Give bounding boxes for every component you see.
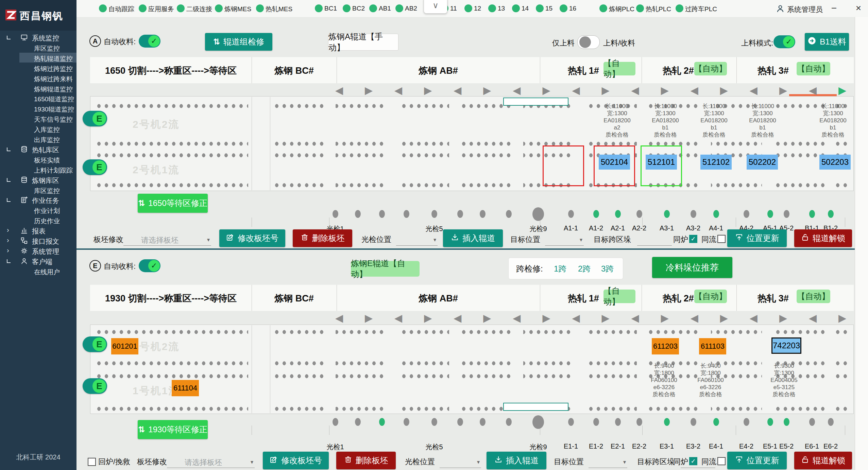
target-position-select[interactable]: ▾: [589, 456, 627, 468]
insert-roller-button[interactable]: 插入辊道: [443, 229, 503, 247]
same-strand-checkbox[interactable]: [717, 457, 726, 465]
position-update-button[interactable]: 位置更新: [727, 452, 787, 469]
roller-unlock-button[interactable]: 辊道解锁: [794, 229, 852, 247]
sidebar-item[interactable]: 上料计划跟踪: [0, 165, 76, 175]
same-furnace-checkbox[interactable]: ✓: [689, 457, 697, 465]
status-dot: [139, 4, 147, 12]
sensor-dot: [480, 418, 486, 426]
sidebar-item[interactable]: 1650辊道监控: [0, 93, 76, 103]
edit-slab-button[interactable]: 修改板坯号: [219, 229, 285, 247]
cross-repair-option[interactable]: 1跨: [554, 263, 566, 274]
target-stack-input[interactable]: [637, 234, 672, 246]
slab-chip[interactable]: 611103: [699, 338, 726, 354]
slab-chip[interactable]: 601201: [111, 338, 138, 354]
slab-chip[interactable]: 502104: [599, 155, 630, 170]
wait-area-fix-button[interactable]: ⇅1650等待区修正: [138, 194, 208, 213]
estop-toggle[interactable]: E: [83, 378, 107, 394]
slab-chip[interactable]: 512102: [700, 155, 732, 170]
lane-dots: [95, 374, 248, 379]
roller-group-maintenance-button[interactable]: ⇅辊道组检修: [205, 33, 272, 51]
sidebar-item[interactable]: 库区监控: [0, 43, 76, 53]
status-label: AB2: [405, 5, 417, 12]
sidebar-group-label: 系统监控: [32, 34, 59, 43]
target-position-select[interactable]: ▾: [545, 234, 584, 246]
slab-chip[interactable]: 611104: [172, 380, 199, 396]
return-rescue-checkbox[interactable]: [88, 458, 96, 466]
same-furnace-checkbox[interactable]: ✓: [689, 235, 697, 243]
estop-toggle[interactable]: E: [83, 336, 107, 352]
monitor-icon: [20, 34, 28, 42]
slab-info-line: 宽:1300: [806, 110, 860, 117]
auto-collect-toggle[interactable]: ✓: [139, 35, 160, 48]
slab-select[interactable]: 请选择板坯▾: [167, 456, 255, 468]
sidebar-group-monitor[interactable]: 系统监控: [0, 33, 76, 42]
slab-chip[interactable]: 502202: [747, 155, 778, 170]
cold-stack-recommend-button[interactable]: 冷料垛位推荐: [652, 257, 732, 278]
sidebar-group-database[interactable]: 热轧库区: [0, 144, 76, 154]
sensor-tick: [845, 425, 845, 435]
auto-collect-toggle[interactable]: ✓: [139, 259, 160, 272]
b1-send-button[interactable]: B1送料: [805, 33, 849, 51]
sidebar-item[interactable]: 热轧辊道监控: [0, 53, 76, 63]
app-logo: 西昌钢钒: [0, 0, 76, 31]
expanded-marker-icon: [7, 198, 11, 202]
insert-roller-button[interactable]: 插入辊道: [487, 452, 546, 469]
sidebar-group-interface[interactable]: ›接口报文: [0, 236, 76, 246]
position-update-button[interactable]: 位置更新: [727, 229, 787, 247]
status-label: 炼钢MES: [224, 5, 251, 14]
close-button[interactable]: ×: [852, 3, 865, 14]
sensor-dot: [664, 210, 670, 218]
sidebar-item-label: 1650辊道监控: [34, 95, 74, 104]
sensor-position-select[interactable]: ▾: [396, 234, 438, 246]
sidebar-item[interactable]: 炼钢过跨来料: [0, 73, 76, 83]
cross-repair-option[interactable]: 3跨: [601, 263, 614, 274]
slab-chip[interactable]: 611203: [652, 338, 679, 354]
sidebar-item[interactable]: 出库监控: [0, 134, 76, 144]
flow-arrow-icon: ◀: [335, 312, 343, 324]
sidebar-group-task[interactable]: 作业任务: [0, 195, 76, 205]
status-label: BC2: [352, 5, 365, 12]
estop-toggle[interactable]: E: [83, 159, 107, 175]
delete-slab-button[interactable]: 删除板坯: [293, 229, 352, 247]
sidebar-item[interactable]: 入库监控: [0, 124, 76, 134]
sidebar-item[interactable]: 库区监控: [0, 185, 76, 195]
slab-chip[interactable]: 512101: [646, 155, 677, 170]
sidebar-item[interactable]: 炼钢辊道监控: [0, 84, 76, 93]
viewport-indicator[interactable]: [503, 98, 568, 106]
topbar-dropdown-toggle[interactable]: ∨: [424, 0, 447, 14]
sidebar-group-database[interactable]: 炼钢库区: [0, 175, 76, 185]
slab-select[interactable]: 请选择板坯▾: [123, 234, 211, 246]
cross-repair-option[interactable]: 2跨: [578, 263, 591, 274]
sidebar-item[interactable]: 作业计划: [0, 205, 76, 215]
roller-unlock-button[interactable]: 辊道解锁: [794, 452, 852, 469]
sidebar-item[interactable]: 天车信号监控: [0, 114, 76, 124]
feed-mode-toggle[interactable]: ✓: [773, 35, 795, 48]
only-feed-toggle[interactable]: [577, 35, 600, 49]
sidebar-group-gear[interactable]: ›系统管理: [0, 246, 76, 256]
estop-toggle[interactable]: E: [83, 111, 107, 126]
sensor-tick: [252, 425, 252, 435]
flow-arrow-icon: ▶: [602, 84, 610, 96]
same-strand-checkbox[interactable]: [717, 235, 726, 243]
sidebar-item[interactable]: 在线用户: [0, 266, 76, 276]
vertical-scrollbar[interactable]: [855, 17, 868, 470]
slab-info-line: EA004005: [757, 377, 811, 384]
slab-info-line: 宽:1300: [757, 369, 811, 377]
slab-frame[interactable]: [543, 145, 584, 186]
sidebar-item[interactable]: 1930辊道监控: [0, 104, 76, 114]
slab-chip-selected[interactable]: 742203: [771, 337, 801, 354]
sensor-position-select[interactable]: ▾: [440, 456, 481, 468]
sidebar-group-user[interactable]: 客户端: [0, 256, 76, 266]
edit-slab-button[interactable]: 修改板坯号: [263, 452, 329, 469]
slab-chip[interactable]: 502203: [819, 155, 851, 170]
wait-area-fix-button[interactable]: ⇅1930等待区修正: [138, 420, 208, 439]
status-label: 热轧MES: [266, 5, 292, 14]
viewport-indicator[interactable]: [503, 403, 568, 411]
sidebar-group-report[interactable]: ›报表: [0, 226, 76, 236]
sidebar-item[interactable]: 板坯实绩: [0, 155, 76, 164]
sidebar-item[interactable]: 历史作业: [0, 215, 76, 225]
minimize-button[interactable]: −: [828, 3, 840, 14]
sidebar-item[interactable]: 炼钢过跨监控: [0, 63, 76, 73]
delete-slab-button[interactable]: 删除板坯: [336, 452, 396, 469]
slab-info-block: 长:9400宽:1800FA060100e6-3226质检合格: [683, 362, 738, 398]
